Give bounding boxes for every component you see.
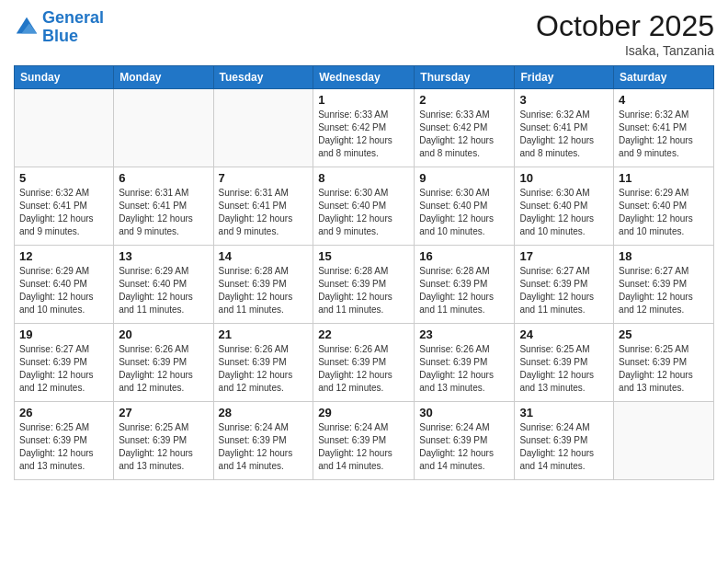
- calendar-cell: 1Sunrise: 6:33 AMSunset: 6:42 PMDaylight…: [313, 89, 415, 167]
- calendar-cell: 23Sunrise: 6:26 AMSunset: 6:39 PMDayligh…: [415, 324, 515, 402]
- title-block: October 2025 Isaka, Tanzania: [536, 9, 714, 58]
- cell-info: Sunrise: 6:30 AMSunset: 6:40 PMDaylight:…: [519, 187, 609, 238]
- calendar-cell: 13Sunrise: 6:29 AMSunset: 6:40 PMDayligh…: [114, 246, 213, 324]
- logo: General Blue: [14, 9, 104, 46]
- week-row-5: 26Sunrise: 6:25 AMSunset: 6:39 PMDayligh…: [15, 402, 714, 480]
- calendar-cell: 27Sunrise: 6:25 AMSunset: 6:39 PMDayligh…: [114, 402, 213, 480]
- cell-info: Sunrise: 6:30 AMSunset: 6:40 PMDaylight:…: [419, 187, 509, 238]
- day-number: 2: [419, 93, 509, 107]
- weekday-header-saturday: Saturday: [614, 66, 714, 89]
- weekday-header-thursday: Thursday: [415, 66, 515, 89]
- calendar-cell: 17Sunrise: 6:27 AMSunset: 6:39 PMDayligh…: [515, 246, 614, 324]
- day-number: 6: [119, 171, 208, 185]
- calendar-cell: [213, 89, 313, 167]
- calendar-cell: 28Sunrise: 6:24 AMSunset: 6:39 PMDayligh…: [213, 402, 313, 480]
- day-number: 28: [219, 406, 309, 419]
- calendar-cell: 21Sunrise: 6:26 AMSunset: 6:39 PMDayligh…: [213, 324, 313, 402]
- cell-info: Sunrise: 6:27 AMSunset: 6:39 PMDaylight:…: [19, 343, 108, 395]
- day-number: 24: [519, 327, 609, 341]
- day-number: 15: [318, 249, 409, 263]
- calendar-cell: 7Sunrise: 6:31 AMSunset: 6:41 PMDaylight…: [213, 167, 313, 246]
- cell-info: Sunrise: 6:28 AMSunset: 6:39 PMDaylight:…: [219, 265, 309, 316]
- weekday-header-monday: Monday: [114, 66, 213, 89]
- cell-info: Sunrise: 6:24 AMSunset: 6:39 PMDaylight:…: [219, 421, 309, 473]
- cell-info: Sunrise: 6:33 AMSunset: 6:42 PMDaylight:…: [318, 109, 409, 160]
- calendar-cell: 16Sunrise: 6:28 AMSunset: 6:39 PMDayligh…: [415, 246, 515, 324]
- cell-info: Sunrise: 6:27 AMSunset: 6:39 PMDaylight:…: [619, 265, 709, 316]
- calendar-cell: 18Sunrise: 6:27 AMSunset: 6:39 PMDayligh…: [614, 246, 714, 324]
- calendar-cell: 12Sunrise: 6:29 AMSunset: 6:40 PMDayligh…: [15, 246, 114, 324]
- week-row-3: 12Sunrise: 6:29 AMSunset: 6:40 PMDayligh…: [15, 246, 714, 324]
- weekday-header-sunday: Sunday: [15, 66, 114, 89]
- day-number: 25: [619, 327, 709, 341]
- day-number: 5: [19, 171, 108, 185]
- weekday-header-wednesday: Wednesday: [313, 66, 415, 89]
- day-number: 22: [318, 327, 409, 341]
- calendar-cell: 31Sunrise: 6:24 AMSunset: 6:39 PMDayligh…: [515, 402, 614, 480]
- cell-info: Sunrise: 6:24 AMSunset: 6:39 PMDaylight:…: [519, 421, 609, 473]
- week-row-1: 1Sunrise: 6:33 AMSunset: 6:42 PMDaylight…: [15, 89, 714, 167]
- day-number: 7: [219, 171, 309, 185]
- cell-info: Sunrise: 6:28 AMSunset: 6:39 PMDaylight:…: [419, 265, 509, 316]
- logo-text: General Blue: [42, 9, 104, 46]
- day-number: 19: [19, 327, 108, 341]
- weekday-header-tuesday: Tuesday: [213, 66, 313, 89]
- cell-info: Sunrise: 6:25 AMSunset: 6:39 PMDaylight:…: [119, 421, 208, 473]
- cell-info: Sunrise: 6:26 AMSunset: 6:39 PMDaylight:…: [119, 343, 208, 395]
- weekday-header-row: SundayMondayTuesdayWednesdayThursdayFrid…: [15, 66, 714, 89]
- month-title: October 2025: [536, 9, 714, 43]
- cell-info: Sunrise: 6:25 AMSunset: 6:39 PMDaylight:…: [19, 421, 108, 473]
- day-number: 23: [419, 327, 509, 341]
- calendar-cell: 3Sunrise: 6:32 AMSunset: 6:41 PMDaylight…: [515, 89, 614, 167]
- calendar-cell: 4Sunrise: 6:32 AMSunset: 6:41 PMDaylight…: [614, 89, 714, 167]
- cell-info: Sunrise: 6:31 AMSunset: 6:41 PMDaylight:…: [119, 187, 208, 238]
- logo-icon: [14, 15, 40, 40]
- cell-info: Sunrise: 6:26 AMSunset: 6:39 PMDaylight:…: [419, 343, 509, 395]
- day-number: 27: [119, 406, 208, 419]
- calendar-cell: 10Sunrise: 6:30 AMSunset: 6:40 PMDayligh…: [515, 167, 614, 246]
- day-number: 3: [519, 93, 609, 107]
- weekday-header-friday: Friday: [515, 66, 614, 89]
- day-number: 12: [19, 249, 108, 263]
- cell-info: Sunrise: 6:33 AMSunset: 6:42 PMDaylight:…: [419, 109, 509, 160]
- calendar-cell: 6Sunrise: 6:31 AMSunset: 6:41 PMDaylight…: [114, 167, 213, 246]
- calendar-cell: 29Sunrise: 6:24 AMSunset: 6:39 PMDayligh…: [313, 402, 415, 480]
- calendar: SundayMondayTuesdayWednesdayThursdayFrid…: [14, 65, 714, 480]
- cell-info: Sunrise: 6:25 AMSunset: 6:39 PMDaylight:…: [519, 343, 609, 395]
- calendar-cell: 20Sunrise: 6:26 AMSunset: 6:39 PMDayligh…: [114, 324, 213, 402]
- cell-info: Sunrise: 6:27 AMSunset: 6:39 PMDaylight:…: [519, 265, 609, 316]
- calendar-cell: 8Sunrise: 6:30 AMSunset: 6:40 PMDaylight…: [313, 167, 415, 246]
- calendar-cell: 24Sunrise: 6:25 AMSunset: 6:39 PMDayligh…: [515, 324, 614, 402]
- calendar-cell: [15, 89, 114, 167]
- calendar-cell: 19Sunrise: 6:27 AMSunset: 6:39 PMDayligh…: [15, 324, 114, 402]
- day-number: 10: [519, 171, 609, 185]
- cell-info: Sunrise: 6:29 AMSunset: 6:40 PMDaylight:…: [119, 265, 208, 316]
- calendar-cell: [114, 89, 213, 167]
- day-number: 8: [318, 171, 409, 185]
- calendar-cell: 25Sunrise: 6:25 AMSunset: 6:39 PMDayligh…: [614, 324, 714, 402]
- cell-info: Sunrise: 6:24 AMSunset: 6:39 PMDaylight:…: [318, 421, 409, 473]
- day-number: 16: [419, 249, 509, 263]
- calendar-cell: 26Sunrise: 6:25 AMSunset: 6:39 PMDayligh…: [15, 402, 114, 480]
- logo-blue: Blue: [42, 28, 104, 46]
- day-number: 21: [219, 327, 309, 341]
- cell-info: Sunrise: 6:30 AMSunset: 6:40 PMDaylight:…: [318, 187, 409, 238]
- cell-info: Sunrise: 6:24 AMSunset: 6:39 PMDaylight:…: [419, 421, 509, 473]
- day-number: 31: [519, 406, 609, 419]
- cell-info: Sunrise: 6:32 AMSunset: 6:41 PMDaylight:…: [519, 109, 609, 160]
- day-number: 13: [119, 249, 208, 263]
- cell-info: Sunrise: 6:29 AMSunset: 6:40 PMDaylight:…: [19, 265, 108, 316]
- day-number: 9: [419, 171, 509, 185]
- day-number: 26: [19, 406, 108, 419]
- cell-info: Sunrise: 6:29 AMSunset: 6:40 PMDaylight:…: [619, 187, 709, 238]
- day-number: 11: [619, 171, 709, 185]
- day-number: 30: [419, 406, 509, 419]
- cell-info: Sunrise: 6:28 AMSunset: 6:39 PMDaylight:…: [318, 265, 409, 316]
- cell-info: Sunrise: 6:26 AMSunset: 6:39 PMDaylight:…: [219, 343, 309, 395]
- day-number: 14: [219, 249, 309, 263]
- cell-info: Sunrise: 6:26 AMSunset: 6:39 PMDaylight:…: [318, 343, 409, 395]
- calendar-cell: 30Sunrise: 6:24 AMSunset: 6:39 PMDayligh…: [415, 402, 515, 480]
- calendar-cell: 2Sunrise: 6:33 AMSunset: 6:42 PMDaylight…: [415, 89, 515, 167]
- header: General Blue October 2025 Isaka, Tanzani…: [14, 9, 714, 58]
- logo-general: General: [42, 8, 104, 27]
